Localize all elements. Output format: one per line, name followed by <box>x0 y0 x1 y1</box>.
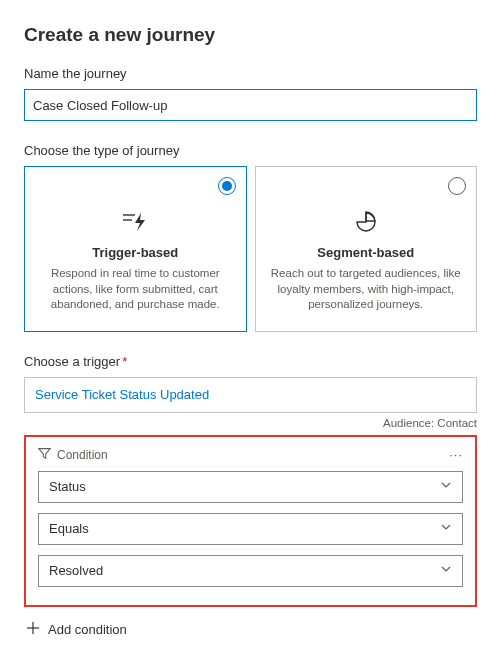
type-card-trigger-title: Trigger-based <box>39 245 232 260</box>
pie-chart-icon <box>270 209 463 235</box>
required-star: * <box>122 354 127 369</box>
chevron-down-icon <box>440 521 452 536</box>
radio-segment[interactable] <box>448 177 466 195</box>
condition-more-icon[interactable]: ··· <box>449 447 463 462</box>
condition-field-dropdown[interactable]: Status <box>38 471 463 503</box>
chevron-down-icon <box>440 563 452 578</box>
type-card-trigger[interactable]: Trigger-based Respond in real time to cu… <box>24 166 247 332</box>
radio-trigger[interactable] <box>218 177 236 195</box>
type-card-trigger-desc: Respond in real time to customer actions… <box>39 266 232 313</box>
trigger-label: Choose a trigger* <box>24 354 477 369</box>
add-condition-label: Add condition <box>48 622 127 637</box>
trigger-input[interactable]: Service Ticket Status Updated <box>24 377 477 413</box>
trigger-section: Choose a trigger* Service Ticket Status … <box>24 354 477 429</box>
condition-value-dropdown[interactable]: Resolved <box>38 555 463 587</box>
name-section: Name the journey <box>24 66 477 121</box>
add-condition-button[interactable]: Add condition <box>24 621 477 638</box>
condition-box: Condition ··· Status Equals Resolved <box>24 435 477 607</box>
condition-header-label: Condition <box>57 448 108 462</box>
condition-operator-value: Equals <box>49 521 89 536</box>
trigger-value: Service Ticket Status Updated <box>35 387 209 402</box>
chevron-down-icon <box>440 479 452 494</box>
lightning-icon <box>39 209 232 235</box>
type-card-segment-desc: Reach out to targeted audiences, like lo… <box>270 266 463 313</box>
audience-label: Audience: Contact <box>24 417 477 429</box>
condition-field-value: Status <box>49 479 86 494</box>
page-title: Create a new journey <box>24 24 477 46</box>
plus-icon <box>26 621 40 638</box>
journey-name-input[interactable] <box>24 89 477 121</box>
type-label: Choose the type of journey <box>24 143 477 158</box>
condition-match-value: Resolved <box>49 563 103 578</box>
condition-operator-dropdown[interactable]: Equals <box>38 513 463 545</box>
filter-icon <box>38 447 51 463</box>
type-section: Choose the type of journey Trigger-based… <box>24 143 477 332</box>
type-card-segment-title: Segment-based <box>270 245 463 260</box>
type-card-segment[interactable]: Segment-based Reach out to targeted audi… <box>255 166 478 332</box>
name-label: Name the journey <box>24 66 477 81</box>
